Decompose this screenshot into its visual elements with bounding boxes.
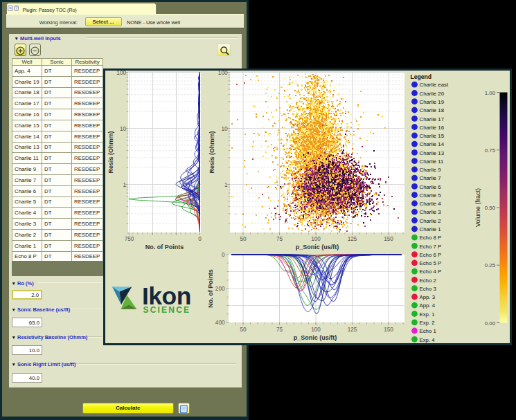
svg-text:Charlie 14: Charlie 14 <box>420 141 445 147</box>
svg-text:Charlie 16: Charlie 16 <box>420 125 445 131</box>
svg-text:1: 1 <box>123 182 126 188</box>
svg-text:Charlie 20: Charlie 20 <box>420 91 445 97</box>
svg-text:400: 400 <box>215 320 225 326</box>
svg-text:Charlie 11: Charlie 11 <box>420 158 444 165</box>
svg-text:Echo 8 P: Echo 8 P <box>420 235 442 241</box>
svg-text:100: 100 <box>218 71 228 76</box>
svg-text:Legend: Legend <box>411 73 432 80</box>
svg-text:Charlie 13: Charlie 13 <box>420 150 445 156</box>
svg-text:SCIENCE: SCIENCE <box>143 305 191 315</box>
svg-text:0.00: 0.00 <box>485 320 496 327</box>
svg-text:0: 0 <box>222 252 225 258</box>
svg-text:App. 4: App. 4 <box>420 302 436 309</box>
svg-text:Charlie 17: Charlie 17 <box>420 116 445 122</box>
svg-text:Resis (Ohmm): Resis (Ohmm) <box>208 131 215 173</box>
svg-text:p_Sonic (us/ft): p_Sonic (us/ft) <box>294 334 337 341</box>
svg-text:1: 1 <box>224 182 228 188</box>
svg-text:10: 10 <box>221 126 228 132</box>
svg-text:Echo 2: Echo 2 <box>420 277 436 284</box>
svg-text:Echo 3: Echo 3 <box>420 286 436 292</box>
svg-text:Charlie 15: Charlie 15 <box>420 133 445 139</box>
svg-text:Resis (Ohmm): Resis (Ohmm) <box>107 131 114 173</box>
svg-text:Charlie 7: Charlie 7 <box>420 175 441 181</box>
svg-text:Echo 4 P: Echo 4 P <box>420 268 442 275</box>
svg-text:150: 150 <box>384 236 393 242</box>
svg-text:125: 125 <box>348 236 357 242</box>
svg-text:App. 3: App. 3 <box>420 294 436 300</box>
svg-text:Volume (fract): Volume (fract) <box>474 188 481 227</box>
svg-text:Echo 7 P: Echo 7 P <box>420 244 442 250</box>
svg-text:Charlie 9: Charlie 9 <box>420 167 441 173</box>
svg-text:750: 750 <box>125 236 134 242</box>
svg-text:Echo 1: Echo 1 <box>420 328 436 334</box>
svg-text:200: 200 <box>215 286 225 292</box>
svg-text:0.75: 0.75 <box>485 147 496 154</box>
svg-text:100: 100 <box>116 71 126 76</box>
svg-text:0.50: 0.50 <box>485 205 496 211</box>
svg-text:100: 100 <box>311 236 321 242</box>
svg-text:0.25: 0.25 <box>485 262 496 268</box>
svg-text:50: 50 <box>240 327 247 333</box>
svg-text:0: 0 <box>198 236 202 242</box>
svg-text:Echo 6 P: Echo 6 P <box>420 252 442 258</box>
svg-text:Echo 5 P: Echo 5 P <box>420 260 442 266</box>
svg-text:75: 75 <box>276 327 283 333</box>
svg-text:Charlie 19: Charlie 19 <box>420 99 445 105</box>
svg-text:Exp. 2: Exp. 2 <box>420 320 435 326</box>
svg-text:p_Sonic (us/ft): p_Sonic (us/ft) <box>296 244 339 250</box>
svg-text:75: 75 <box>276 236 283 242</box>
svg-text:Charlie east: Charlie east <box>420 82 449 88</box>
svg-text:Exp. 1: Exp. 1 <box>420 311 435 318</box>
svg-text:Charlie 5: Charlie 5 <box>420 192 442 199</box>
svg-text:Charlie 1: Charlie 1 <box>420 226 441 232</box>
svg-text:Charlie 6: Charlie 6 <box>420 184 441 190</box>
svg-text:Charlie 4: Charlie 4 <box>420 201 442 207</box>
svg-text:Exp. 4: Exp. 4 <box>420 337 436 343</box>
svg-text:10: 10 <box>120 126 127 132</box>
svg-text:150: 150 <box>384 327 393 333</box>
svg-text:No. of Points: No. of Points <box>145 244 184 250</box>
svg-text:100: 100 <box>311 327 321 333</box>
svg-text:Charlie 18: Charlie 18 <box>420 107 445 113</box>
svg-text:125: 125 <box>348 327 357 333</box>
svg-text:Charlie 3: Charlie 3 <box>420 209 441 215</box>
svg-text:Charlie 2: Charlie 2 <box>420 218 441 224</box>
svg-text:No. of Points: No. of Points <box>207 269 214 308</box>
svg-text:1.00: 1.00 <box>485 90 496 96</box>
svg-text:50: 50 <box>240 236 247 242</box>
